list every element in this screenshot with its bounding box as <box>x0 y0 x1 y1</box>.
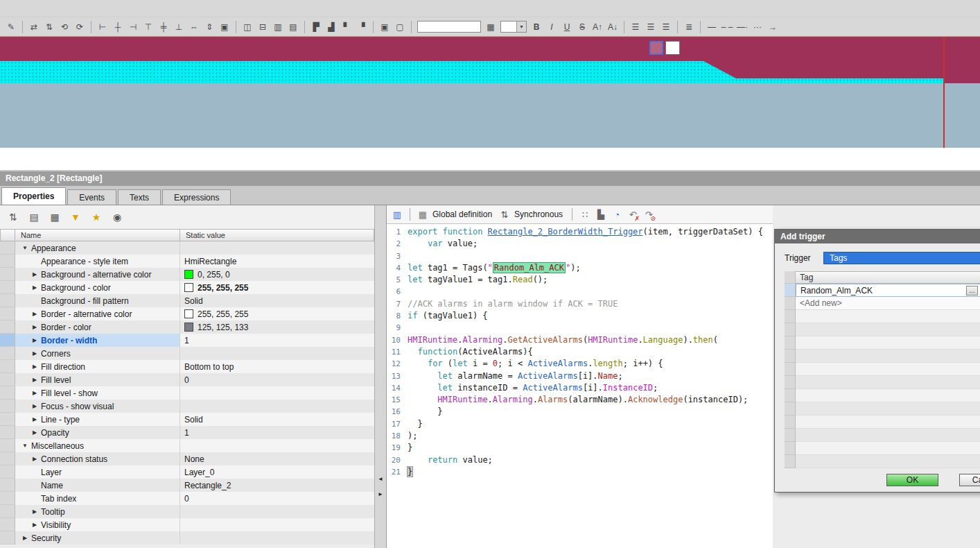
property-row-border-color[interactable]: ▶Border - color125, 125, 133 <box>0 320 374 334</box>
code-line[interactable]: 1export function Rectangle_2_BorderWidth… <box>387 226 773 238</box>
category-view-icon[interactable]: ▦ <box>49 211 61 223</box>
pointer-tool-icon[interactable]: ✎ <box>4 20 18 34</box>
same-height-icon[interactable]: ⇕ <box>202 20 216 34</box>
line-solid-icon[interactable]: — <box>705 20 719 34</box>
increase-font-icon[interactable]: A↑ <box>590 20 604 34</box>
code-line[interactable]: 8if (tagValue1) { <box>387 310 773 322</box>
distribute-vertical-icon[interactable]: ⊟ <box>256 20 270 34</box>
line-spacing-icon[interactable]: ≣ <box>682 20 696 34</box>
color-swatch[interactable] <box>184 323 193 332</box>
tag-cell[interactable]: <Add new> <box>796 297 980 310</box>
ok-button[interactable]: OK <box>886 474 938 486</box>
property-value[interactable] <box>180 241 374 255</box>
expand-icon[interactable]: ▶ <box>30 390 39 396</box>
expand-icon[interactable]: ▶ <box>30 377 39 383</box>
code-line[interactable]: 2 var value; <box>387 238 773 250</box>
selection-handle[interactable] <box>649 41 663 55</box>
code-line[interactable]: 7//ACK alarms in alarm window if ACK = T… <box>387 298 773 310</box>
property-value[interactable]: 0, 255, 0 <box>180 268 374 281</box>
group-objects-icon[interactable]: ▣ <box>378 20 392 34</box>
tab-properties[interactable]: Properties <box>1 187 66 205</box>
ungroup-objects-icon[interactable]: ▢ <box>393 20 407 34</box>
expand-icon[interactable]: ▶ <box>30 508 39 515</box>
property-value[interactable]: 0 <box>180 492 374 505</box>
expand-icon[interactable]: ▶ <box>30 429 39 436</box>
align-middle-icon[interactable]: ╪ <box>157 20 170 34</box>
show-hidden-icon[interactable]: ◉ <box>111 211 123 223</box>
property-value[interactable] <box>180 400 374 413</box>
code-line[interactable]: 18); <box>387 430 773 442</box>
property-value[interactable] <box>180 386 374 400</box>
code-line[interactable]: 11 function(ActiveAlarms){ <box>387 346 773 358</box>
align-bottom-icon[interactable]: ⊥ <box>172 20 186 34</box>
code-line[interactable]: 17 } <box>387 418 773 430</box>
property-group-appearance[interactable]: ▼Appearance <box>0 241 374 255</box>
reset-check-icon[interactable]: ↶✗ <box>627 208 639 221</box>
flip-horizontal-icon[interactable]: ⇄ <box>27 20 41 34</box>
synchronous-icon[interactable]: ⇅ <box>498 208 511 221</box>
property-value[interactable] <box>180 505 374 518</box>
code-line[interactable]: 15 HMIRuntime.Alarming.Alarms(alarmName)… <box>387 394 773 406</box>
property-row-appearance-style-item[interactable]: ▶Appearance - style itemHmiRectangle <box>0 255 374 268</box>
screen-editor-canvas[interactable] <box>0 37 980 170</box>
property-value[interactable]: 255, 255, 255 <box>180 281 374 294</box>
time-check-icon[interactable]: ◔ <box>611 208 623 221</box>
underline-icon[interactable]: U <box>560 20 574 34</box>
property-row-background-alternative-color[interactable]: ▶Background - alternative color0, 255, 0 <box>0 268 374 281</box>
code-line[interactable]: 12 for (let i = 0; i < ActiveAlarms.leng… <box>387 358 773 370</box>
property-group-security[interactable]: ▶Security <box>0 531 374 545</box>
property-row-connection-status[interactable]: ▶Connection statusNone <box>0 452 374 465</box>
property-row-background-color[interactable]: ▶Background - color255, 255, 255 <box>0 281 374 294</box>
filter-icon[interactable]: ▼ <box>69 211 82 223</box>
property-row-opacity[interactable]: ▶Opacity1 <box>0 426 374 439</box>
tab-events[interactable]: Events <box>67 189 116 205</box>
splitter-expand-icon[interactable]: ► <box>378 491 383 497</box>
property-value[interactable]: 1 <box>180 334 374 347</box>
structure-icon[interactable]: ▙ <box>595 208 607 221</box>
expand-icon[interactable]: ▶ <box>21 535 29 541</box>
same-size-icon[interactable]: ▣ <box>218 20 231 34</box>
expand-icon[interactable]: ▶ <box>30 403 39 409</box>
tag-row[interactable]: Random_Alm_ACK... <box>785 284 980 297</box>
property-row-border-alternative-color[interactable]: ▶Border - alternative color255, 255, 255 <box>0 307 374 320</box>
line-dash-icon[interactable]: – – <box>720 20 734 34</box>
expand-icon[interactable]: ▶ <box>30 284 39 291</box>
property-row-background-fill-pattern[interactable]: ▶Background - fill patternSolid <box>0 294 374 307</box>
property-value[interactable]: 125, 125, 133 <box>180 320 374 334</box>
code-line[interactable]: 10HMIRuntime.Alarming.GetActiveAlarms(HM… <box>387 334 773 346</box>
align-left-icon[interactable]: ⊢ <box>96 20 110 34</box>
tab-order-icon[interactable]: ▦ <box>484 20 498 34</box>
property-value[interactable]: HmiRectangle <box>180 255 374 268</box>
column-header-name[interactable]: Name <box>15 229 180 241</box>
color-swatch[interactable] <box>184 283 193 292</box>
strikethrough-icon[interactable]: S <box>575 20 589 34</box>
property-row-fill-direction[interactable]: ▶Fill directionBottom to top <box>0 360 374 373</box>
align-text-left-icon[interactable]: ☰ <box>629 20 642 34</box>
rotate-left-icon[interactable]: ⟲ <box>58 20 71 34</box>
splitter-collapse-icon[interactable]: ◄ <box>378 476 383 482</box>
align-text-center-icon[interactable]: ☰ <box>644 20 658 34</box>
color-swatch[interactable] <box>184 309 193 318</box>
column-header-static-value[interactable]: Static value <box>180 229 374 241</box>
script-diagnostics-icon[interactable]: ▥ <box>391 208 403 221</box>
code-line[interactable]: 13 let alarmName = ActiveAlarms[i].Name; <box>387 370 773 382</box>
detail-view-icon[interactable]: ▤ <box>28 211 40 223</box>
rotate-right-icon[interactable]: ⟳ <box>73 20 87 34</box>
browse-button[interactable]: ... <box>966 286 978 296</box>
same-width-icon[interactable]: ⇔ <box>187 20 201 34</box>
code-line[interactable]: 9 <box>387 322 773 334</box>
bring-forward-icon[interactable]: ▘ <box>340 20 353 34</box>
expand-icon[interactable]: ▶ <box>30 311 39 317</box>
distribute-horizontal-icon[interactable]: ◫ <box>240 20 254 34</box>
code-line[interactable]: 14 let instanceID = ActiveAlarms[i].Inst… <box>387 382 773 394</box>
snippets-icon[interactable]: ∷ <box>579 208 591 221</box>
property-value[interactable]: 255, 255, 255 <box>180 307 374 320</box>
go-check-icon[interactable]: ↷⊘ <box>642 208 655 221</box>
code-line[interactable]: 16 } <box>387 406 773 418</box>
expand-icon[interactable]: ▶ <box>30 271 39 277</box>
tab-texts[interactable]: Texts <box>118 189 161 205</box>
expand-icon[interactable]: ▶ <box>30 337 39 343</box>
expand-icon[interactable]: ▶ <box>30 350 39 357</box>
properties-scrollbar[interactable]: ◄ ► <box>374 205 386 548</box>
property-row-border-width[interactable]: ▶Border - width1 <box>0 334 374 347</box>
